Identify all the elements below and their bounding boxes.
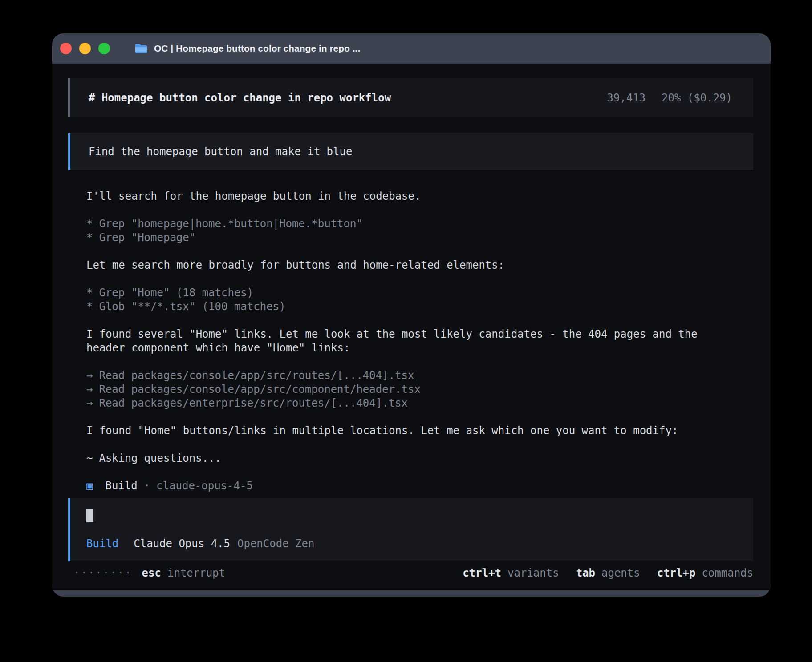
status-label: Asking questions... [99,452,221,464]
key-ctrl-p: ctrl+p [657,567,696,579]
session-header: # Homepage button color change in repo w… [68,78,753,117]
tool-call-label: Grep "Homepage" [99,231,195,244]
asterisk-icon: * [86,286,93,300]
spinner-dots-icon: ········ [73,567,132,579]
statusbar-left: ········ esc interrupt [68,567,225,579]
tool-call-grep: *Grep "Homepage" [86,231,737,245]
window-bottom-edge [52,590,771,597]
tool-call-read: →Read packages/enterprise/src/routes/[..… [86,396,737,410]
tool-call-group: *Grep "homepage|home.*button|Home.*butto… [86,217,737,245]
terminal-content: # Homepage button color change in repo w… [52,64,771,590]
status-text: ~Asking questions... [86,452,737,465]
tool-call-group: →Read packages/console/app/src/routes/[.… [86,369,737,410]
agent-status-line: ▣ Build · claude-opus-4-5 [86,479,737,493]
agent-model: claude-opus-4-5 [156,479,253,493]
tool-call-grep: *Grep "Home" (18 matches) [86,286,737,300]
user-message: Find the homepage button and make it blu… [68,133,753,170]
agent-square-icon: ▣ [86,479,93,493]
separator-dot: · [144,479,150,493]
tool-call-label: Grep "Home" (18 matches) [99,287,253,299]
folder-icon [134,43,148,54]
asterisk-icon: * [86,300,93,314]
working-status: ~Asking questions... [86,452,737,465]
close-button[interactable] [60,43,72,54]
terminal-window: OC | Homepage button color change in rep… [52,33,771,597]
hint-label: variants [508,567,559,579]
asterisk-icon: * [86,217,93,231]
assistant-message: I found several "Home" links. Let me loo… [86,327,737,355]
assistant-message: I'll search for the homepage button in t… [86,190,737,203]
tool-call-label: Read packages/console/app/src/routes/[..… [99,369,414,382]
key-esc: esc [142,567,161,579]
assistant-text: Let me search more broadly for buttons a… [86,258,737,272]
statusbar-right: ctrl+t variants tab agents ctrl+p comman… [446,567,753,579]
titlebar[interactable]: OC | Homepage button color change in rep… [52,33,771,64]
tilde-icon: ~ [86,452,93,465]
tool-call-read: →Read packages/console/app/src/component… [86,383,737,396]
hint-label: commands [702,567,753,579]
model-name: Claude Opus 4.5 [134,537,230,551]
hint-label: agents [601,567,640,579]
assistant-text: I'll search for the homepage button in t… [86,190,737,203]
input-model-line: Build Claude Opus 4.5 OpenCode Zen [86,537,735,551]
asterisk-icon: * [86,231,93,245]
arrow-right-icon: → [86,383,93,396]
window-title: OC | Homepage button color change in rep… [154,43,360,54]
arrow-right-icon: → [86,369,93,383]
user-message-text: Find the homepage button and make it blu… [89,145,352,158]
token-count: 39,413 [607,92,646,104]
hint-interrupt: esc interrupt [142,567,225,579]
assistant-text: I found several "Home" links. Let me loo… [86,327,737,355]
assistant-text: I found "Home" buttons/links in multiple… [86,424,737,438]
model-provider: OpenCode Zen [237,537,314,551]
agent-name: Build [105,479,137,493]
tool-call-label: Glob "**/*.tsx" (100 matches) [99,300,285,313]
key-ctrl-t: ctrl+t [463,567,501,579]
arrow-right-icon: → [86,396,93,410]
text-cursor [86,509,93,522]
zoom-button[interactable] [98,43,110,54]
prompt-input[interactable]: Build Claude Opus 4.5 OpenCode Zen [68,498,753,561]
session-title: # Homepage button color change in repo w… [89,92,391,104]
key-tab: tab [576,567,595,579]
assistant-message: I found "Home" buttons/links in multiple… [86,424,737,438]
agent-mode-label: Build [86,537,118,551]
tool-call-read: →Read packages/console/app/src/routes/[.… [86,369,737,383]
tool-call-label: Read packages/console/app/src/component/… [99,383,420,396]
context-usage: 20% ($0.29) [662,92,732,104]
tool-call-glob: *Glob "**/*.tsx" (100 matches) [86,300,737,314]
minimize-button[interactable] [79,43,91,54]
tool-call-grep: *Grep "homepage|home.*button|Home.*butto… [86,217,737,231]
hint-variants: ctrl+t variants [463,567,559,579]
statusbar: ········ esc interrupt ctrl+t variants t… [68,564,753,582]
session-stats: 39,41320% ($0.29) [556,79,732,117]
transcript: I'll search for the homepage button in t… [68,190,753,493]
hint-agents: tab agents [576,567,640,579]
tool-call-label: Grep "homepage|home.*button|Home.*button… [99,218,362,230]
tool-call-group: *Grep "Home" (18 matches) *Glob "**/*.ts… [86,286,737,314]
hint-label: interrupt [167,567,225,579]
hint-commands: ctrl+p commands [657,567,753,579]
tool-call-label: Read packages/enterprise/src/routes/[...… [99,397,408,409]
assistant-message: Let me search more broadly for buttons a… [86,258,737,272]
